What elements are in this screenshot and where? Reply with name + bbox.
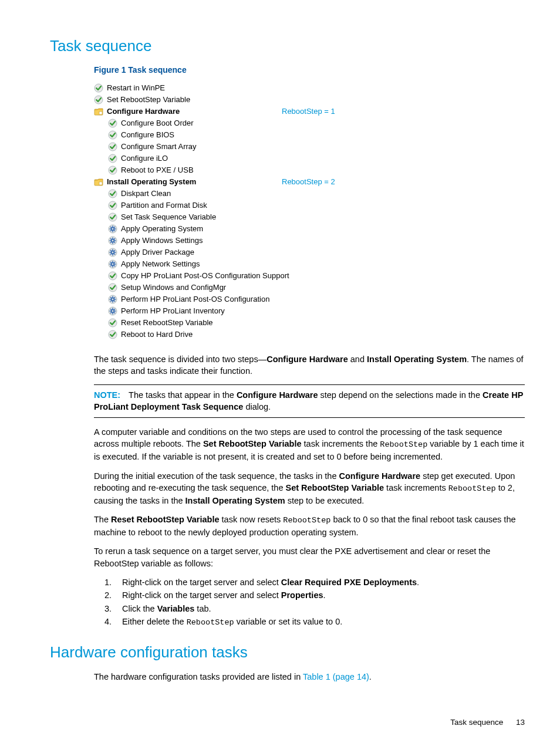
tree-item: Diskpart Clean [94, 188, 525, 200]
tree-item: Reboot to PXE / USB [94, 164, 525, 176]
tree-item: Set Task Sequence Variable [94, 211, 525, 223]
check-icon [108, 130, 117, 140]
tree-item: Perform HP ProLiant Inventory [94, 305, 525, 317]
page-footer: Task sequence 13 [450, 717, 525, 728]
tree-item-label: Configure BIOS [121, 129, 174, 141]
page-number: 13 [516, 718, 525, 727]
tree-item: Configure BIOS [94, 129, 525, 141]
tree-item-label: Apply Driver Package [121, 247, 194, 258]
check-icon [108, 271, 117, 281]
step-4: Either delete the RebootStep variable or… [114, 616, 525, 629]
note-label: NOTE: [94, 390, 120, 400]
tree-item: Apply Windows Settings [94, 235, 525, 247]
tree-item-label: Partition and Format Disk [121, 200, 207, 211]
tree-annotation: RebootStep = 1 [282, 106, 335, 117]
tree-item-label: Copy HP ProLiant Post-OS Configuration S… [121, 270, 289, 282]
tree-item: Reset RebootStep Variable [94, 317, 525, 329]
tree-item-label: Reboot to PXE / USB [121, 164, 194, 176]
tree-item: Setup Windows and ConfigMgr [94, 282, 525, 293]
gear-icon [108, 259, 117, 269]
check-icon [108, 154, 117, 163]
tree-item-label: Configure iLO [121, 153, 168, 164]
tree-item: Partition and Format Disk [94, 200, 525, 211]
tree-item-label: Perform HP ProLiant Post-OS Configuratio… [121, 293, 269, 305]
tree-item: Configure Boot Order [94, 117, 525, 129]
gear-icon [108, 224, 117, 234]
check-icon [108, 119, 117, 128]
paragraph-variable: A computer variable and conditions on th… [94, 426, 525, 463]
tree-item-label: Apply Operating System [121, 223, 203, 235]
tree-item: Apply Network Settings [94, 258, 525, 270]
table-1-link[interactable]: Table 1 (page 14) [303, 672, 369, 681]
paragraph-rerun: To rerun a task sequence on a target ser… [94, 545, 525, 569]
tree-item-label: Apply Network Settings [121, 258, 200, 270]
check-icon [94, 95, 103, 104]
check-icon [108, 166, 117, 175]
tree-item-label: Configure Hardware [107, 106, 180, 117]
folder-icon [94, 177, 103, 187]
paragraph-divided: The task sequence is divided into two st… [94, 353, 525, 377]
tree-item-label: Perform HP ProLiant Inventory [121, 305, 225, 317]
tree-item-label: Set Task Sequence Variable [121, 211, 216, 223]
tree-item-label: Configure Boot Order [121, 117, 194, 129]
tree-item-label: Diskpart Clean [121, 188, 171, 200]
check-icon [108, 201, 117, 210]
note-box: NOTE:The tasks that appear in the Config… [94, 384, 525, 418]
tree-item: Perform HP ProLiant Post-OS Configuratio… [94, 293, 525, 305]
steps-list: Right-click on the target server and sel… [114, 576, 525, 629]
heading-hardware-config: Hardware configuration tasks [50, 642, 525, 663]
tree-item-label: Install Operating System [107, 176, 196, 188]
footer-section: Task sequence [450, 718, 503, 727]
heading-task-sequence: Task sequence [50, 35, 525, 56]
paragraph-initial-exec: During the initial execution of the task… [94, 470, 525, 507]
tree-item: Restart in WinPE [94, 82, 525, 94]
tree-item: Copy HP ProLiant Post-OS Configuration S… [94, 270, 525, 282]
tree-item: Reboot to Hard Drive [94, 329, 525, 340]
tree-item: Install Operating SystemRebootStep = 2 [94, 176, 525, 188]
gear-icon [108, 295, 117, 304]
folder-icon [94, 107, 103, 116]
gear-icon [108, 236, 117, 245]
figure-caption: Figure 1 Task sequence [94, 65, 525, 76]
tree-item: Configure Smart Array [94, 141, 525, 153]
tree-item-label: Setup Windows and ConfigMgr [121, 282, 226, 293]
check-icon [94, 83, 103, 93]
check-icon [108, 142, 117, 151]
gear-icon [108, 306, 117, 316]
tree-item-label: Reset RebootStep Variable [121, 317, 213, 329]
tree-item: Configure HardwareRebootStep = 1 [94, 106, 525, 117]
tree-item-label: Restart in WinPE [107, 82, 165, 94]
tree-item-label: Reboot to Hard Drive [121, 329, 193, 340]
paragraph-hw-tasks: The hardware configuration tasks provide… [94, 671, 525, 683]
tree-item: Set RebootStep Variable [94, 94, 525, 106]
tree-item: Configure iLO [94, 153, 525, 164]
gear-icon [108, 248, 117, 257]
check-icon [108, 189, 117, 198]
step-2: Right-click on the target server and sel… [114, 589, 525, 601]
check-icon [108, 318, 117, 328]
tree-item-label: Configure Smart Array [121, 141, 197, 153]
check-icon [108, 212, 117, 222]
tree-annotation: RebootStep = 2 [282, 176, 335, 188]
check-icon [108, 283, 117, 292]
tree-item-label: Set RebootStep Variable [107, 94, 190, 106]
tree-item: Apply Operating System [94, 223, 525, 235]
tree-item-label: Apply Windows Settings [121, 235, 203, 247]
check-icon [108, 330, 117, 339]
tree-item: Apply Driver Package [94, 247, 525, 258]
step-3: Click the Variables tab. [114, 603, 525, 615]
paragraph-reset: The Reset RebootStep Variable task now r… [94, 514, 525, 538]
task-sequence-tree: Restart in WinPESet RebootStep VariableC… [94, 82, 525, 340]
step-1: Right-click on the target server and sel… [114, 576, 525, 588]
